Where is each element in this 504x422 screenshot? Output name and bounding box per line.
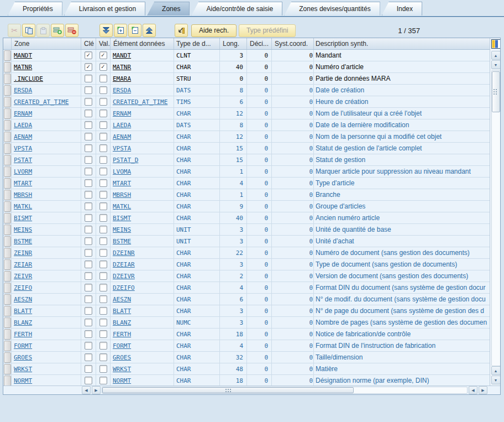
zone-field-link[interactable]: LAEDA [12,119,81,131]
zone-field-link[interactable]: WRKST [12,363,81,374]
row-selector[interactable] [3,294,12,305]
column-header-syst-coord[interactable]: Syst.coord. [272,38,314,49]
data-element-link[interactable]: PSTAT_D [111,157,138,164]
zone-link[interactable]: MTART [12,180,32,187]
tab-zones-devises-quantit-s[interactable]: Zones devises/quantités [284,2,380,15]
zone-link[interactable]: MATNR [12,64,32,71]
scroll-right-button[interactable]: ▶ [92,386,101,394]
row-selector-button[interactable] [4,155,11,165]
row-selector[interactable] [3,178,12,189]
column-header-long[interactable]: Long. [220,38,247,49]
zone-field-link[interactable]: FERTH [12,329,81,340]
row-selector[interactable] [3,73,12,84]
zone-link[interactable]: WRKST [12,366,32,373]
zone-field-link[interactable]: ZEIVR [12,270,81,282]
data-element-link[interactable]: BLATT [111,308,131,315]
zone-field-link[interactable]: ZEINR [12,247,81,258]
row-selector-button[interactable] [4,364,11,374]
row-selector[interactable] [3,131,12,142]
select-all-header[interactable] [3,38,12,49]
key-checkbox[interactable] [85,86,92,94]
zone-link[interactable]: LVORM [12,168,32,175]
val-checkbox[interactable] [99,202,107,210]
data-element-link[interactable]: LAEDA [111,122,131,129]
scroll-to-bottom-icon[interactable] [99,24,113,37]
zone-link[interactable]: VPSTA [12,145,32,152]
val-checkbox[interactable] [99,272,107,280]
zone-link[interactable]: BISMT [12,215,32,222]
data-element-link[interactable]: MANDT [111,52,131,59]
zone-field-link[interactable]: PSTAT [12,154,81,165]
zone-link[interactable]: FORMT [12,342,32,350]
val-checkbox[interactable] [99,307,107,315]
row-selector-button[interactable] [4,108,11,119]
row-selector-button[interactable] [4,50,11,61]
val-checkbox[interactable] [99,365,107,373]
data-element-link[interactable]: ERSDA [111,87,131,94]
key-checkbox[interactable] [85,330,92,338]
key-checkbox[interactable] [85,98,92,106]
row-selector-button[interactable] [4,74,11,84]
zone-link[interactable]: NORMT [12,377,32,384]
key-checkbox[interactable] [85,295,92,303]
row-selector[interactable] [3,352,12,363]
table-settings-icon[interactable] [491,39,501,49]
zone-link[interactable]: ZEIFO [12,284,32,291]
val-checkbox[interactable] [99,295,107,303]
zone-link[interactable]: BSTME [12,238,32,245]
scroll-down-button-bottom[interactable]: ▼ [491,376,501,384]
val-checkbox[interactable] [99,75,107,82]
zone-link[interactable]: FERTH [12,331,32,338]
copy-icon[interactable] [22,24,35,37]
row-selector[interactable] [3,317,12,328]
val-checkbox[interactable]: ✓ [99,63,107,71]
row-selector[interactable] [3,236,12,247]
horizontal-scroll-track[interactable] [102,387,468,394]
row-selector[interactable] [3,143,12,154]
row-selector-button[interactable] [4,120,11,131]
zone-link[interactable]: .INCLUDE [12,75,43,82]
data-element-link[interactable]: AESZN [111,296,131,303]
row-selector-button[interactable] [4,132,11,142]
val-checkbox[interactable] [99,121,107,129]
row-selector[interactable] [3,119,12,131]
zone-field-link[interactable]: .INCLUDE [12,73,81,84]
row-selector[interactable] [3,340,12,351]
column-header-type-de-d[interactable]: Type de d... [174,38,220,49]
row-selector[interactable] [3,189,12,200]
key-checkbox[interactable] [85,121,92,129]
zone-field-link[interactable]: MTART [12,178,81,189]
row-selector[interactable] [3,61,12,72]
row-selector-button[interactable] [4,294,11,305]
column-header-description-synth[interactable]: Description synth. [314,38,490,49]
row-selector[interactable] [3,363,12,374]
scroll-up-button-bottom[interactable]: ▲ [491,366,501,375]
tab-zones[interactable]: Zones [147,2,190,15]
data-element-link[interactable]: WRKST [111,366,131,373]
val-checkbox[interactable] [99,319,107,326]
data-element-link[interactable]: EMARA [111,75,131,82]
column-header-l-ment-donn-es[interactable]: Élément données [111,38,174,49]
zone-field-link[interactable]: AESZN [12,294,81,305]
zone-field-link[interactable]: MBRSH [12,189,81,200]
key-checkbox[interactable] [85,307,92,315]
row-selector-button[interactable] [4,190,11,200]
val-checkbox[interactable]: ✓ [99,51,107,59]
zone-link[interactable]: CREATED_AT_TIME [12,98,69,106]
scroll-right-button-end[interactable]: ▶ [479,386,487,394]
data-element-link[interactable]: MBRSH [111,191,131,199]
zone-field-link[interactable]: ERSDA [12,85,81,96]
key-checkbox[interactable] [85,237,92,245]
zone-field-link[interactable]: MATKL [12,201,81,212]
row-selector[interactable] [3,329,12,340]
zone-field-link[interactable]: BLANZ [12,317,81,328]
data-element-link[interactable]: AENAM [111,133,131,140]
data-element-link[interactable]: ERNAM [111,110,131,117]
insert-row-icon[interactable] [51,24,64,37]
zone-field-link[interactable]: ERNAM [12,108,81,119]
val-checkbox[interactable] [99,168,107,175]
zone-field-link[interactable]: GROES [12,352,81,363]
row-selector[interactable] [3,305,12,316]
key-checkbox[interactable] [85,353,92,361]
val-checkbox[interactable] [99,156,107,164]
